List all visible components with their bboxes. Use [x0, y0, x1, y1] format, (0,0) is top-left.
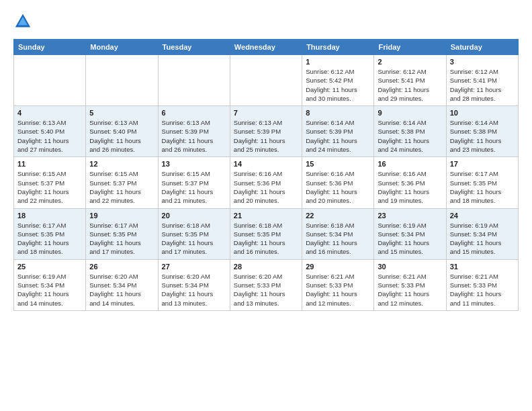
- calendar-cell: 3Sunrise: 6:12 AM Sunset: 5:41 PM Daylig…: [446, 55, 518, 106]
- day-number: 26: [89, 263, 154, 271]
- weekday-header-wednesday: Wednesday: [230, 40, 302, 55]
- page: SundayMondayTuesdayWednesdayThursdayFrid…: [0, 0, 532, 411]
- calendar-cell: 23Sunrise: 6:19 AM Sunset: 5:34 PM Dayli…: [374, 208, 446, 259]
- day-info: Sunrise: 6:20 AM Sunset: 5:34 PM Dayligh…: [89, 272, 154, 308]
- day-number: 5: [89, 109, 154, 117]
- day-number: 24: [450, 212, 515, 220]
- day-info: Sunrise: 6:17 AM Sunset: 5:35 PM Dayligh…: [17, 221, 82, 257]
- day-number: 20: [162, 212, 226, 220]
- day-number: 23: [378, 212, 442, 220]
- calendar-cell: 8Sunrise: 6:14 AM Sunset: 5:39 PM Daylig…: [302, 106, 374, 157]
- calendar-cell: 12Sunrise: 6:15 AM Sunset: 5:37 PM Dayli…: [86, 157, 158, 208]
- day-number: 10: [450, 109, 515, 117]
- day-number: 8: [306, 109, 370, 117]
- calendar-cell: 26Sunrise: 6:20 AM Sunset: 5:34 PM Dayli…: [86, 259, 158, 310]
- calendar-cell: 19Sunrise: 6:17 AM Sunset: 5:35 PM Dayli…: [86, 208, 158, 259]
- day-info: Sunrise: 6:19 AM Sunset: 5:34 PM Dayligh…: [378, 221, 442, 257]
- day-number: 16: [378, 160, 442, 168]
- day-number: 6: [162, 109, 226, 117]
- calendar-cell: 27Sunrise: 6:20 AM Sunset: 5:34 PM Dayli…: [158, 259, 230, 310]
- weekday-header-row: SundayMondayTuesdayWednesdayThursdayFrid…: [14, 40, 519, 55]
- calendar-body: 1Sunrise: 6:12 AM Sunset: 5:42 PM Daylig…: [14, 55, 519, 311]
- calendar-cell: 13Sunrise: 6:15 AM Sunset: 5:37 PM Dayli…: [158, 157, 230, 208]
- calendar-cell: 21Sunrise: 6:18 AM Sunset: 5:35 PM Dayli…: [230, 208, 302, 259]
- day-info: Sunrise: 6:13 AM Sunset: 5:39 PM Dayligh…: [234, 118, 298, 154]
- day-info: Sunrise: 6:20 AM Sunset: 5:33 PM Dayligh…: [234, 272, 298, 308]
- calendar-cell: 31Sunrise: 6:21 AM Sunset: 5:33 PM Dayli…: [446, 259, 518, 310]
- day-info: Sunrise: 6:12 AM Sunset: 5:41 PM Dayligh…: [450, 67, 515, 103]
- calendar-cell: 15Sunrise: 6:16 AM Sunset: 5:36 PM Dayli…: [302, 157, 374, 208]
- day-number: 4: [17, 109, 82, 117]
- calendar-cell: 9Sunrise: 6:14 AM Sunset: 5:38 PM Daylig…: [374, 106, 446, 157]
- day-info: Sunrise: 6:19 AM Sunset: 5:34 PM Dayligh…: [17, 272, 82, 308]
- weekday-header-friday: Friday: [374, 40, 446, 55]
- day-info: Sunrise: 6:21 AM Sunset: 5:33 PM Dayligh…: [450, 272, 515, 308]
- day-number: 17: [450, 160, 515, 168]
- day-number: 13: [162, 160, 226, 168]
- calendar-week-2: 4Sunrise: 6:13 AM Sunset: 5:40 PM Daylig…: [14, 106, 519, 157]
- day-number: 3: [450, 58, 515, 66]
- day-info: Sunrise: 6:16 AM Sunset: 5:36 PM Dayligh…: [234, 169, 298, 205]
- weekday-header-saturday: Saturday: [446, 40, 518, 55]
- day-number: 30: [378, 263, 442, 271]
- calendar-cell: 29Sunrise: 6:21 AM Sunset: 5:33 PM Dayli…: [302, 259, 374, 310]
- day-info: Sunrise: 6:13 AM Sunset: 5:40 PM Dayligh…: [89, 118, 154, 154]
- calendar-cell: [14, 55, 86, 106]
- day-info: Sunrise: 6:13 AM Sunset: 5:39 PM Dayligh…: [162, 118, 226, 154]
- calendar-cell: 10Sunrise: 6:14 AM Sunset: 5:38 PM Dayli…: [446, 106, 518, 157]
- day-number: 15: [306, 160, 370, 168]
- day-info: Sunrise: 6:18 AM Sunset: 5:35 PM Dayligh…: [162, 221, 226, 257]
- weekday-header-monday: Monday: [86, 40, 158, 55]
- day-number: 9: [378, 109, 442, 117]
- day-number: 31: [450, 263, 515, 271]
- calendar-cell: [158, 55, 230, 106]
- day-info: Sunrise: 6:17 AM Sunset: 5:35 PM Dayligh…: [450, 169, 515, 205]
- weekday-header-thursday: Thursday: [302, 40, 374, 55]
- day-info: Sunrise: 6:14 AM Sunset: 5:39 PM Dayligh…: [306, 118, 370, 154]
- day-info: Sunrise: 6:14 AM Sunset: 5:38 PM Dayligh…: [450, 118, 515, 154]
- calendar-cell: 25Sunrise: 6:19 AM Sunset: 5:34 PM Dayli…: [14, 259, 86, 310]
- day-info: Sunrise: 6:18 AM Sunset: 5:34 PM Dayligh…: [306, 221, 370, 257]
- calendar-cell: [86, 55, 158, 106]
- calendar-cell: 14Sunrise: 6:16 AM Sunset: 5:36 PM Dayli…: [230, 157, 302, 208]
- calendar-cell: 11Sunrise: 6:15 AM Sunset: 5:37 PM Dayli…: [14, 157, 86, 208]
- calendar-week-5: 25Sunrise: 6:19 AM Sunset: 5:34 PM Dayli…: [14, 259, 519, 310]
- calendar-cell: [230, 55, 302, 106]
- day-number: 11: [17, 160, 82, 168]
- day-info: Sunrise: 6:21 AM Sunset: 5:33 PM Dayligh…: [306, 272, 370, 308]
- day-info: Sunrise: 6:18 AM Sunset: 5:35 PM Dayligh…: [234, 221, 298, 257]
- calendar-cell: 30Sunrise: 6:21 AM Sunset: 5:33 PM Dayli…: [374, 259, 446, 310]
- day-number: 21: [234, 212, 298, 220]
- calendar-cell: 7Sunrise: 6:13 AM Sunset: 5:39 PM Daylig…: [230, 106, 302, 157]
- day-number: 27: [162, 263, 226, 271]
- calendar-cell: 5Sunrise: 6:13 AM Sunset: 5:40 PM Daylig…: [86, 106, 158, 157]
- logo-icon: [13, 12, 32, 31]
- calendar-cell: 22Sunrise: 6:18 AM Sunset: 5:34 PM Dayli…: [302, 208, 374, 259]
- calendar-cell: 16Sunrise: 6:16 AM Sunset: 5:36 PM Dayli…: [374, 157, 446, 208]
- day-info: Sunrise: 6:15 AM Sunset: 5:37 PM Dayligh…: [162, 169, 226, 205]
- day-info: Sunrise: 6:14 AM Sunset: 5:38 PM Dayligh…: [378, 118, 442, 154]
- header: [13, 12, 519, 31]
- day-info: Sunrise: 6:16 AM Sunset: 5:36 PM Dayligh…: [378, 169, 442, 205]
- calendar-cell: 28Sunrise: 6:20 AM Sunset: 5:33 PM Dayli…: [230, 259, 302, 310]
- calendar-table: SundayMondayTuesdayWednesdayThursdayFrid…: [13, 39, 519, 311]
- day-info: Sunrise: 6:21 AM Sunset: 5:33 PM Dayligh…: [378, 272, 442, 308]
- calendar-cell: 20Sunrise: 6:18 AM Sunset: 5:35 PM Dayli…: [158, 208, 230, 259]
- calendar-cell: 2Sunrise: 6:12 AM Sunset: 5:41 PM Daylig…: [374, 55, 446, 106]
- day-number: 28: [234, 263, 298, 271]
- day-number: 14: [234, 160, 298, 168]
- calendar-cell: 18Sunrise: 6:17 AM Sunset: 5:35 PM Dayli…: [14, 208, 86, 259]
- day-info: Sunrise: 6:19 AM Sunset: 5:34 PM Dayligh…: [450, 221, 515, 257]
- day-info: Sunrise: 6:15 AM Sunset: 5:37 PM Dayligh…: [17, 169, 82, 205]
- calendar-week-3: 11Sunrise: 6:15 AM Sunset: 5:37 PM Dayli…: [14, 157, 519, 208]
- logo: [13, 12, 35, 31]
- weekday-header-sunday: Sunday: [14, 40, 86, 55]
- calendar-header: SundayMondayTuesdayWednesdayThursdayFrid…: [14, 40, 519, 55]
- day-number: 19: [89, 212, 154, 220]
- day-info: Sunrise: 6:20 AM Sunset: 5:34 PM Dayligh…: [162, 272, 226, 308]
- weekday-header-tuesday: Tuesday: [158, 40, 230, 55]
- day-info: Sunrise: 6:15 AM Sunset: 5:37 PM Dayligh…: [89, 169, 154, 205]
- calendar-week-1: 1Sunrise: 6:12 AM Sunset: 5:42 PM Daylig…: [14, 55, 519, 106]
- day-number: 7: [234, 109, 298, 117]
- day-number: 25: [17, 263, 82, 271]
